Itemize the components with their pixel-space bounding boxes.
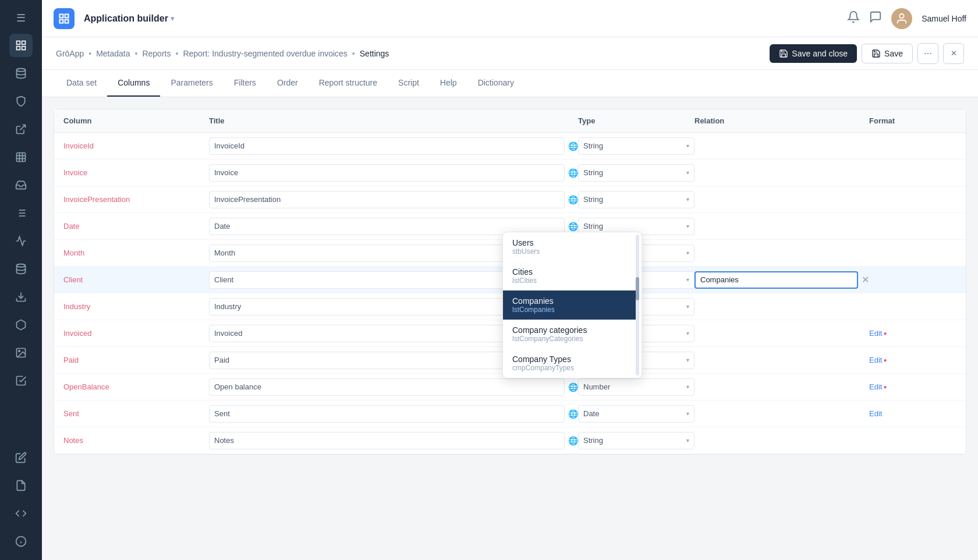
- type-cell: String ▾: [578, 164, 694, 182]
- sidebar-item-cube[interactable]: [9, 313, 33, 336]
- title-cell: 🌐: [209, 164, 578, 182]
- sidebar-item-database[interactable]: [9, 257, 33, 281]
- globe-icon[interactable]: 🌐: [568, 195, 578, 204]
- tab-dictionary[interactable]: Dictionary: [467, 70, 525, 97]
- sidebar-item-edit[interactable]: [9, 446, 33, 469]
- col-column-value: Client: [63, 275, 209, 284]
- app-title-text: Application builder: [84, 13, 168, 24]
- globe-icon[interactable]: 🌐: [568, 168, 578, 178]
- tab-report-structure[interactable]: Report structure: [309, 70, 388, 97]
- sidebar-item-apps[interactable]: [9, 34, 33, 57]
- svg-point-30: [930, 53, 931, 54]
- col-column-value: Invoice: [63, 168, 209, 177]
- app-title[interactable]: Application builder ▾: [84, 13, 174, 24]
- save-button[interactable]: Save: [862, 44, 913, 63]
- col-column-value: Date: [63, 222, 209, 231]
- svg-point-4: [17, 69, 26, 72]
- svg-point-28: [900, 13, 904, 17]
- dropdown-item-cities[interactable]: Cities lstCities: [503, 261, 636, 290]
- type-select[interactable]: Number ▾: [578, 378, 694, 396]
- type-chevron-icon: ▾: [686, 357, 689, 363]
- more-options-button[interactable]: [917, 43, 938, 64]
- type-select[interactable]: String ▾: [578, 432, 694, 449]
- breadcrumb-reports[interactable]: Reports: [142, 49, 171, 58]
- tab-parameters[interactable]: Parameters: [160, 70, 223, 97]
- sidebar-item-grid[interactable]: [9, 146, 33, 169]
- title-input[interactable]: [209, 378, 565, 396]
- sidebar-item-calendar[interactable]: [9, 369, 33, 392]
- dropdown-item-users[interactable]: Users stbUsers: [503, 232, 636, 261]
- type-select[interactable]: String ▾: [578, 191, 694, 208]
- type-select[interactable]: String ▾: [578, 137, 694, 155]
- breadcrumb-groapp[interactable]: GrōApp: [56, 49, 84, 58]
- dropdown-item-company-categories[interactable]: Company categories lstCompanyCategories: [503, 320, 636, 349]
- edit-link[interactable]: Edit: [869, 409, 956, 418]
- title-input[interactable]: [209, 164, 565, 182]
- col-column-value: InvoiceId: [63, 141, 209, 150]
- edit-link[interactable]: Edit ●: [869, 329, 956, 338]
- relation-input[interactable]: [694, 271, 858, 289]
- edit-link[interactable]: Edit ●: [869, 382, 956, 391]
- svg-rect-25: [65, 14, 69, 17]
- sidebar-item-export[interactable]: [9, 118, 33, 141]
- sidebar-item-data[interactable]: [9, 62, 33, 85]
- title-input[interactable]: [209, 137, 565, 155]
- breadcrumb-bar: GrōApp • Metadata • Reports • Report: In…: [42, 37, 978, 70]
- notification-icon[interactable]: [847, 10, 860, 26]
- breadcrumb-metadata[interactable]: Metadata: [96, 49, 130, 58]
- avatar: [891, 8, 912, 29]
- type-chevron-icon: ▾: [686, 410, 689, 417]
- format-cell: Edit: [869, 409, 956, 418]
- dropdown-item-company-types[interactable]: Company Types cmpCompanyTypes: [503, 349, 636, 378]
- format-cell: Edit ●: [869, 382, 956, 391]
- hamburger-icon[interactable]: ☰: [12, 7, 30, 29]
- sidebar-item-code[interactable]: [9, 502, 33, 525]
- sidebar-item-info[interactable]: [9, 530, 33, 553]
- tab-data-set[interactable]: Data set: [56, 70, 107, 97]
- sidebar-item-inbox[interactable]: [9, 173, 33, 197]
- title-input[interactable]: [209, 432, 565, 449]
- globe-icon[interactable]: 🌐: [568, 222, 578, 231]
- message-icon[interactable]: [869, 10, 882, 26]
- tab-help[interactable]: Help: [430, 70, 467, 97]
- globe-icon[interactable]: 🌐: [568, 382, 578, 392]
- tab-filters[interactable]: Filters: [224, 70, 267, 97]
- globe-icon[interactable]: 🌐: [568, 409, 578, 419]
- col-header-relation: Relation: [694, 116, 869, 125]
- table-row: InvoicePresentation 🌐 String ▾: [54, 186, 966, 213]
- table-row: Sent 🌐 Date ▾ Edit: [54, 400, 966, 427]
- type-select[interactable]: String ▾: [578, 164, 694, 182]
- title-input[interactable]: [209, 191, 565, 208]
- svg-rect-2: [17, 47, 20, 50]
- tab-script[interactable]: Script: [388, 70, 430, 97]
- sidebar-item-download[interactable]: [9, 285, 33, 309]
- svg-rect-24: [60, 14, 63, 17]
- breadcrumb-sep-4: •: [352, 49, 355, 58]
- type-chevron-icon: ▾: [686, 330, 689, 336]
- table-row: Invoice 🌐 String ▾: [54, 160, 966, 186]
- col-header-column: Column: [63, 116, 209, 125]
- type-chevron-icon: ▾: [686, 196, 689, 203]
- sidebar-item-image[interactable]: [9, 341, 33, 364]
- tab-order[interactable]: Order: [267, 70, 309, 97]
- relation-clear-icon[interactable]: ✕: [862, 274, 869, 285]
- title-input[interactable]: [209, 405, 565, 423]
- sidebar-item-docs[interactable]: [9, 474, 33, 497]
- svg-point-31: [924, 53, 926, 54]
- breadcrumb-report-name[interactable]: Report: Industry-segmented overdue invoi…: [183, 49, 347, 58]
- sidebar-item-shield[interactable]: [9, 90, 33, 113]
- edit-link[interactable]: Edit ●: [869, 356, 956, 364]
- svg-line-5: [20, 125, 25, 130]
- globe-icon[interactable]: 🌐: [568, 141, 578, 151]
- sidebar-item-list[interactable]: [9, 201, 33, 225]
- close-button[interactable]: ✕: [943, 43, 964, 64]
- tab-columns[interactable]: Columns: [107, 70, 160, 97]
- save-and-close-button[interactable]: Save and close: [770, 44, 857, 63]
- type-chevron-icon: ▾: [686, 277, 689, 283]
- type-select[interactable]: Date ▾: [578, 405, 694, 423]
- dropdown-item-companies[interactable]: Companies lstCompanies: [503, 290, 636, 320]
- globe-icon[interactable]: 🌐: [568, 436, 578, 445]
- relation-cell: ✕: [694, 271, 869, 289]
- columns-table: Column Title Type Relation Format Invoic…: [54, 109, 966, 455]
- sidebar-item-chart[interactable]: [9, 229, 33, 253]
